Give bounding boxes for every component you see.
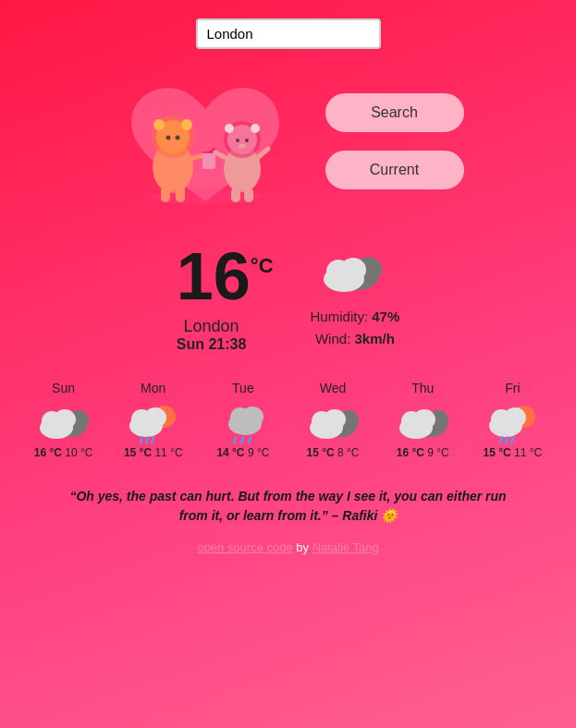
- forecast-icon: [487, 400, 538, 442]
- app-container: Search Current 16 °C London Sun 21:38: [0, 0, 576, 728]
- forecast-day: Fri 15 °C 11 °C: [478, 381, 547, 459]
- svg-point-5: [165, 136, 170, 140]
- svg-point-40: [144, 407, 166, 428]
- humidity-wind-info: Humidity: 47% Wind: 3km/h: [311, 306, 400, 350]
- svg-rect-26: [244, 188, 253, 202]
- forecast-day-label: Thu: [411, 381, 434, 395]
- forecast-temps: 15 °C 11 °C: [484, 446, 543, 459]
- forecast-low: 10 °C: [65, 446, 92, 459]
- forecast-temps: 14 °C 9 °C: [216, 446, 269, 459]
- city-datetime: Sun 21:38: [177, 336, 247, 353]
- humidity-label: Humidity:: [311, 309, 369, 324]
- temperature-section: 16 °C London Sun 21:38: [177, 243, 274, 353]
- forecast-low: 8 °C: [337, 446, 359, 459]
- wind-value: 3km/h: [354, 331, 394, 346]
- weather-details: Humidity: 47% Wind: 3km/h: [311, 246, 400, 350]
- footer: open source code by Natalie Tang: [197, 540, 378, 554]
- forecast-day: Sun 16 °C 10 °C: [29, 381, 98, 459]
- svg-line-64: [500, 437, 502, 443]
- forecast-low: 9 °C: [427, 446, 448, 459]
- forecast-day: Tue 14 °C 9 °C: [208, 381, 277, 459]
- quote-text: “Oh yes, the past can hurt. But from the…: [69, 489, 506, 523]
- forecast-day: Wed 15 °C 8 °C: [299, 381, 368, 459]
- temperature-value: 16: [177, 243, 251, 309]
- forecast-icon: [217, 400, 268, 442]
- forecast-high: 15 °C: [124, 446, 152, 459]
- open-source-link[interactable]: open source code: [197, 540, 292, 554]
- humidity-value: 47%: [372, 309, 399, 324]
- forecast-high: 16 °C: [34, 446, 62, 459]
- lions-illustration: [113, 67, 298, 215]
- forecast-temps: 16 °C 9 °C: [397, 446, 449, 459]
- svg-line-65: [506, 437, 508, 443]
- svg-point-46: [241, 406, 263, 427]
- forecast-section: Sun 16 °C 10 °C Mon: [18, 381, 558, 459]
- svg-rect-25: [231, 188, 240, 202]
- author-link[interactable]: Natalie Tang: [313, 540, 379, 554]
- svg-point-15: [225, 124, 234, 133]
- svg-line-41: [141, 437, 142, 443]
- forecast-high: 16 °C: [397, 446, 424, 459]
- forecast-temps: 16 °C 10 °C: [34, 446, 93, 459]
- current-weather-icon: [318, 246, 392, 297]
- forecast-icon: [308, 400, 359, 442]
- city-name: London: [177, 317, 247, 336]
- top-section: Search Current: [18, 67, 558, 215]
- forecast-low: 11 °C: [154, 446, 182, 459]
- search-button[interactable]: Search: [325, 93, 464, 132]
- forecast-day: Mon 15 °C 11 °C: [118, 381, 188, 459]
- svg-rect-23: [161, 186, 170, 202]
- temperature-display: 16 °C: [177, 243, 274, 309]
- quote-section: “Oh yes, the past can hurt. But from the…: [57, 487, 520, 526]
- wind-label: Wind:: [315, 331, 350, 346]
- svg-point-18: [245, 139, 249, 142]
- search-input[interactable]: [196, 18, 381, 49]
- svg-point-3: [153, 119, 165, 130]
- svg-point-63: [504, 407, 526, 428]
- svg-line-48: [241, 437, 243, 443]
- svg-point-59: [413, 409, 435, 430]
- svg-line-43: [152, 437, 153, 443]
- by-text: by: [293, 540, 313, 554]
- svg-rect-24: [176, 186, 185, 202]
- svg-point-17: [236, 139, 239, 142]
- illustration: [113, 67, 298, 215]
- buttons-column: Search Current: [325, 93, 464, 189]
- svg-line-47: [234, 437, 236, 443]
- weather-main: 16 °C London Sun 21:38 Humidity:: [18, 243, 558, 353]
- forecast-row: Sun 16 °C 10 °C Mon: [18, 381, 558, 459]
- forecast-icon: [128, 400, 178, 442]
- svg-point-16: [251, 124, 260, 133]
- svg-line-42: [146, 437, 148, 443]
- forecast-low: 9 °C: [248, 446, 269, 459]
- city-time: London Sun 21:38: [177, 317, 247, 353]
- forecast-icon: [398, 400, 448, 442]
- svg-line-66: [511, 437, 513, 443]
- forecast-low: 11 °C: [514, 446, 542, 459]
- forecast-icon: [38, 400, 89, 442]
- svg-rect-10: [202, 152, 215, 169]
- forecast-day-label: Fri: [505, 381, 520, 395]
- svg-point-54: [324, 409, 346, 430]
- forecast-day-label: Sun: [52, 381, 75, 395]
- svg-point-19: [239, 144, 246, 149]
- forecast-day: Thu 16 °C 9 °C: [388, 381, 458, 459]
- forecast-day-label: Tue: [232, 381, 254, 395]
- forecast-day-label: Mon: [141, 381, 165, 395]
- forecast-temps: 15 °C 11 °C: [124, 446, 183, 459]
- forecast-high: 15 °C: [307, 446, 335, 459]
- temperature-unit: °C: [251, 256, 274, 276]
- svg-point-4: [181, 119, 192, 130]
- svg-point-7: [168, 140, 178, 146]
- svg-point-31: [340, 258, 366, 282]
- forecast-high: 15 °C: [484, 446, 511, 459]
- forecast-temps: 15 °C 8 °C: [307, 446, 360, 459]
- svg-line-49: [249, 437, 251, 443]
- svg-point-36: [54, 409, 76, 430]
- forecast-high: 14 °C: [216, 446, 244, 459]
- search-wrapper: [18, 18, 558, 58]
- svg-point-6: [175, 136, 179, 140]
- current-button[interactable]: Current: [325, 151, 464, 189]
- forecast-day-label: Wed: [320, 381, 347, 395]
